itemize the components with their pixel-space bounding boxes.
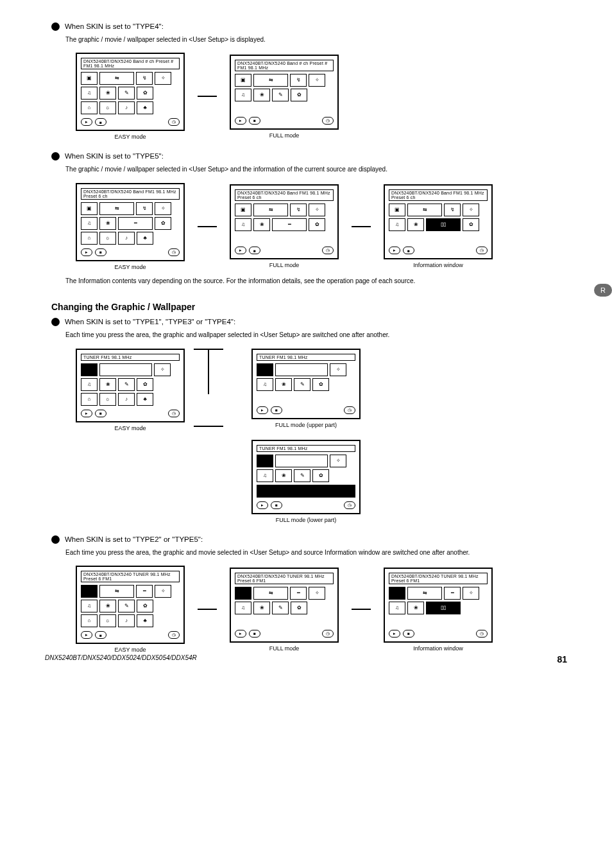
tools-icon: ✧ bbox=[309, 204, 325, 216]
caption-easy: EASY mode bbox=[115, 264, 146, 270]
settings-icon: ✿ bbox=[137, 87, 153, 100]
screen-title: TUNER FM1 98.1 MHz bbox=[257, 445, 355, 452]
doc-icon: ✎ bbox=[272, 89, 289, 101]
connector bbox=[198, 609, 217, 610]
screen-title: DNX5240BT/DNX5240 Band # ch Preset # FM1… bbox=[81, 58, 180, 69]
clock-icon: ◷ bbox=[168, 118, 180, 126]
clock-icon: ◷ bbox=[168, 248, 180, 256]
doc-icon: ✎ bbox=[118, 378, 135, 391]
stop-icon: ■ bbox=[271, 501, 282, 509]
screen-title: DNX5240BT/DNX5240 Band FM1 98.1 MHz Pres… bbox=[389, 189, 488, 201]
screen-full-lower: TUNER FM1 98.1 MHz ✧ ♫ ❀ ✎ ✿ bbox=[251, 440, 361, 514]
tools-icon: ✧ bbox=[463, 587, 479, 600]
a-icon: ♫ bbox=[235, 218, 251, 231]
bullet-icon bbox=[51, 22, 60, 31]
seek-icon: ━ bbox=[444, 587, 461, 600]
freq-icon: ⇆ bbox=[407, 204, 442, 216]
globe-icon: ❀ bbox=[275, 378, 292, 391]
play-icon: ▸ bbox=[257, 501, 268, 509]
clock-icon: ◷ bbox=[322, 247, 334, 254]
i1-icon: ⌂ bbox=[81, 393, 98, 406]
spacer-box bbox=[275, 455, 328, 467]
seek-icon: ↯ bbox=[290, 74, 307, 87]
people-icon: ♫ bbox=[235, 89, 251, 101]
tools-icon: ✧ bbox=[155, 72, 171, 85]
caption-info: Information window bbox=[413, 645, 463, 652]
section1-title: When SKIN is set to "TYPE4": bbox=[51, 22, 574, 31]
c-icon: ━ bbox=[118, 217, 153, 230]
clock-icon: ◷ bbox=[476, 247, 488, 254]
seek-icon: ━ bbox=[290, 587, 307, 600]
clock-icon: ◷ bbox=[168, 410, 180, 417]
tools-icon: ✧ bbox=[309, 74, 325, 87]
section3-text: When SKIN is set to "TYPE1", "TYPE3" or … bbox=[65, 317, 235, 327]
i4-icon: ♣ bbox=[137, 393, 153, 406]
caption-easy: EASY mode bbox=[115, 647, 146, 653]
play-icon: ▸ bbox=[235, 247, 246, 254]
freq-icon: ⇆ bbox=[253, 74, 288, 87]
seek-icon: ↯ bbox=[444, 204, 461, 216]
clock-icon: ◷ bbox=[344, 406, 355, 414]
info-window-box: ▯▯ bbox=[426, 602, 461, 614]
screen-full: DNX5240BT/DNX5240 TUNER 98.1 MHz Preset … bbox=[230, 568, 339, 643]
d-icon: ✿ bbox=[309, 218, 325, 231]
i3-icon: ♪ bbox=[118, 393, 135, 406]
doc-icon: ✎ bbox=[294, 378, 310, 391]
tools-icon: ✧ bbox=[155, 585, 171, 598]
b-icon: ❀ bbox=[253, 218, 270, 231]
screen-title: DNX5240BT/DNX5240 Band FM1 98.1 MHz Pres… bbox=[81, 188, 180, 200]
heading-changing: Changing the Graphic / Wallpaper bbox=[51, 302, 574, 312]
footer-book: DNX5240BT/DNX5240/DDX5024/DDX5054/DDX54R bbox=[45, 654, 197, 664]
stop-icon: ■ bbox=[271, 406, 282, 414]
freq-icon: ⇆ bbox=[99, 72, 134, 85]
c-icon: ━ bbox=[272, 218, 307, 231]
info-window-box: ▯▯ bbox=[426, 218, 461, 231]
section2-title: When SKIN is set to "TYPE5": bbox=[51, 152, 574, 161]
src-icon: ▣ bbox=[235, 204, 251, 216]
page-footer: DNX5240BT/DNX5240/DDX5024/DDX5054/DDX54R… bbox=[45, 654, 567, 664]
seek-icon: ↯ bbox=[136, 202, 153, 215]
section1-text: When SKIN is set to "TYPE4": bbox=[65, 22, 164, 31]
bullet-icon bbox=[51, 152, 60, 161]
globe-icon: ❀ bbox=[253, 602, 270, 614]
graphic-area bbox=[389, 587, 405, 600]
play-icon: ▸ bbox=[81, 248, 92, 256]
graphic-area bbox=[257, 363, 273, 376]
side-tab: R bbox=[594, 284, 612, 297]
globe-icon: ❀ bbox=[99, 600, 116, 612]
settings-icon: ✿ bbox=[291, 602, 307, 614]
tools-icon: ✧ bbox=[463, 204, 479, 216]
globe-icon: ❀ bbox=[275, 469, 292, 482]
i2-icon: ☼ bbox=[99, 101, 116, 114]
screen-info: DNX5240BT/DNX5240 TUNER 98.1 MHz Preset … bbox=[384, 568, 493, 643]
screen-easy: TUNER FM1 98.1 MHz ✧ ♫ ❀ ✎ ✿ ⌂ bbox=[76, 349, 185, 422]
globe-icon: ❀ bbox=[99, 378, 116, 391]
stop-icon: ■ bbox=[249, 247, 260, 254]
section4-flow: DNX5240BT/DNX5240 TUNER 98.1 MHz Preset … bbox=[76, 566, 574, 653]
section1-flow: DNX5240BT/DNX5240 Band # ch Preset # FM1… bbox=[76, 53, 574, 140]
src-icon: ▣ bbox=[235, 74, 251, 87]
settings-icon: ✿ bbox=[312, 469, 329, 482]
src-icon: ▣ bbox=[81, 202, 98, 215]
people-icon: ♫ bbox=[257, 378, 273, 391]
clock-icon: ◷ bbox=[476, 630, 488, 638]
i3-icon: ♪ bbox=[118, 614, 135, 627]
stop-icon: ■ bbox=[95, 248, 106, 256]
src-icon: ▣ bbox=[81, 72, 98, 85]
tools-icon: ✧ bbox=[154, 363, 171, 376]
freq-icon: ⇆ bbox=[99, 202, 134, 215]
section4-title: When SKIN is set to "TYPE2" or "TYPE5": bbox=[51, 535, 574, 544]
section4-body: Each time you press the area, the graphi… bbox=[65, 548, 574, 557]
clock-icon: ◷ bbox=[322, 117, 334, 125]
play-icon: ▸ bbox=[81, 118, 92, 126]
seek-icon: ━ bbox=[136, 585, 153, 598]
t-connector bbox=[194, 349, 223, 394]
i1-icon: ⌂ bbox=[81, 614, 98, 627]
section2-body: The graphic / movie / wallpaper selected… bbox=[65, 165, 574, 174]
section2-note: The Information contents vary depending … bbox=[65, 277, 574, 286]
globe-icon: ❀ bbox=[407, 602, 424, 614]
doc-icon: ✎ bbox=[118, 600, 135, 612]
tools-icon: ✧ bbox=[330, 363, 346, 376]
people-icon: ♫ bbox=[389, 602, 405, 614]
screen-title: TUNER FM1 98.1 MHz bbox=[257, 354, 355, 361]
